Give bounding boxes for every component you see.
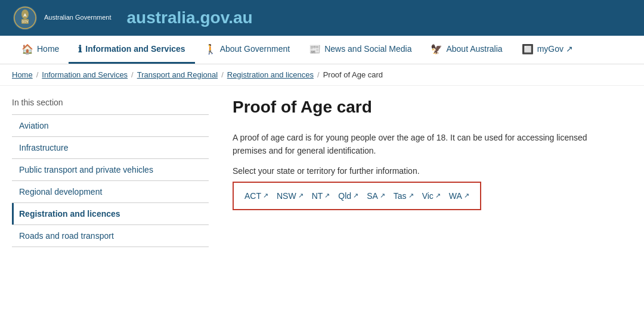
nav-mygov[interactable]: 🔲 myGov ↗ [512, 36, 583, 64]
state-link-sa[interactable]: SA ↗ [367, 191, 385, 201]
external-icon-vic: ↗ [435, 192, 441, 199]
sidebar: In this section Aviation Infrastructure … [12, 98, 209, 247]
main-content: Proof of Age card A proof of age card is… [221, 98, 620, 247]
nav-home[interactable]: 🏠 Home [12, 36, 69, 64]
info-icon: ℹ [78, 43, 82, 55]
sidebar-link-infrastructure[interactable]: Infrastructure [12, 137, 209, 158]
nav-home-label: Home [37, 44, 59, 54]
breadcrumb-current: Proof of Age card [323, 70, 383, 79]
state-wa-label: WA [449, 191, 462, 201]
site-title-tld: .gov.au [196, 8, 253, 27]
state-links-box: ACT ↗ NSW ↗ NT ↗ Qld ↗ SA ↗ Tas ↗ [233, 182, 481, 210]
state-tas-label: Tas [394, 191, 407, 201]
sidebar-link-public-transport[interactable]: Public transport and private vehicles [12, 159, 209, 180]
breadcrumb: Home / Information and Services / Transp… [0, 64, 644, 86]
external-icon-sa: ↗ [380, 192, 385, 199]
breadcrumb-info-services[interactable]: Information and Services [42, 70, 128, 79]
external-icon-tas: ↗ [408, 192, 414, 199]
sidebar-link-regional-development[interactable]: Regional development [12, 181, 209, 202]
svg-text:A: A [23, 13, 27, 18]
content-area: In this section Aviation Infrastructure … [0, 86, 632, 259]
breadcrumb-sep-3: / [221, 70, 224, 79]
sidebar-item-aviation: Aviation [12, 115, 209, 137]
sidebar-link-registration[interactable]: Registration and licences [12, 203, 209, 224]
nav-mygov-label: myGov ↗ [537, 44, 573, 54]
breadcrumb-sep-1: / [36, 70, 39, 79]
page-description: A proof of age card is for young people … [233, 131, 614, 158]
person-icon: 🚶 [205, 43, 216, 55]
sidebar-link-roads[interactable]: Roads and road transport [12, 225, 209, 247]
site-title: australia.gov.au [127, 8, 253, 27]
state-sa-label: SA [367, 191, 378, 201]
state-link-act[interactable]: ACT ↗ [244, 191, 268, 201]
select-state-prompt: Select your state or territory for furth… [233, 166, 620, 176]
nav-info-label: Information and Services [85, 44, 185, 54]
external-icon-wa: ↗ [464, 192, 469, 199]
breadcrumb-sep-4: / [317, 70, 320, 79]
crest-icon: A GOV [12, 5, 38, 31]
gov-label-block: Australian Government [44, 14, 112, 21]
state-link-nt[interactable]: NT ↗ [312, 191, 330, 201]
sidebar-item-infrastructure: Infrastructure [12, 137, 209, 159]
external-icon-act: ↗ [263, 192, 268, 199]
sidebar-item-registration: Registration and licences [12, 203, 209, 225]
state-nsw-label: NSW [277, 191, 296, 201]
state-vic-label: Vic [422, 191, 434, 201]
external-icon-qld: ↗ [353, 192, 358, 199]
nav-about-government[interactable]: 🚶 About Government [195, 36, 300, 64]
state-link-qld[interactable]: Qld ↗ [338, 191, 358, 201]
sidebar-list: Aviation Infrastructure Public transport… [12, 114, 209, 247]
nav-news-social[interactable]: 📰 News and Social Media [299, 36, 421, 64]
sidebar-heading: In this section [12, 98, 209, 107]
sidebar-item-public-transport: Public transport and private vehicles [12, 159, 209, 181]
nav-about-australia[interactable]: 🦅 About Australia [421, 36, 512, 64]
svg-text:GOV: GOV [21, 20, 29, 23]
breadcrumb-transport[interactable]: Transport and Regional [137, 70, 218, 79]
state-link-nsw[interactable]: NSW ↗ [277, 191, 304, 201]
nav-australia-label: About Australia [446, 44, 502, 54]
state-link-wa[interactable]: WA ↗ [449, 191, 469, 201]
state-qld-label: Qld [338, 191, 351, 201]
header-logo: A GOV Australian Government australia.go… [12, 5, 253, 31]
site-title-plain: australia [127, 8, 196, 27]
home-icon: 🏠 [21, 43, 33, 55]
australia-icon: 🦅 [431, 43, 442, 55]
state-act-label: ACT [244, 191, 261, 201]
state-link-vic[interactable]: Vic ↗ [422, 191, 441, 201]
state-link-tas[interactable]: Tas ↗ [394, 191, 414, 201]
sidebar-item-roads: Roads and road transport [12, 225, 209, 247]
external-icon-nsw: ↗ [298, 192, 304, 199]
page-title: Proof of Age card [233, 98, 620, 117]
state-nt-label: NT [312, 191, 323, 201]
nav-information-services[interactable]: ℹ Information and Services [69, 36, 194, 64]
nav-gov-label: About Government [220, 44, 290, 54]
sidebar-link-aviation[interactable]: Aviation [12, 115, 209, 136]
breadcrumb-sep-2: / [131, 70, 134, 79]
mygov-icon: 🔲 [522, 43, 534, 55]
sidebar-item-regional-development: Regional development [12, 181, 209, 203]
breadcrumb-registration[interactable]: Registration and licences [227, 70, 314, 79]
breadcrumb-home[interactable]: Home [12, 70, 33, 79]
external-icon-nt: ↗ [324, 192, 330, 199]
main-navigation: 🏠 Home ℹ Information and Services 🚶 Abou… [0, 36, 644, 64]
news-icon: 📰 [309, 43, 321, 55]
site-header: A GOV Australian Government australia.go… [0, 0, 644, 36]
gov-label: Australian Government [44, 14, 112, 21]
nav-news-label: News and Social Media [324, 44, 411, 54]
